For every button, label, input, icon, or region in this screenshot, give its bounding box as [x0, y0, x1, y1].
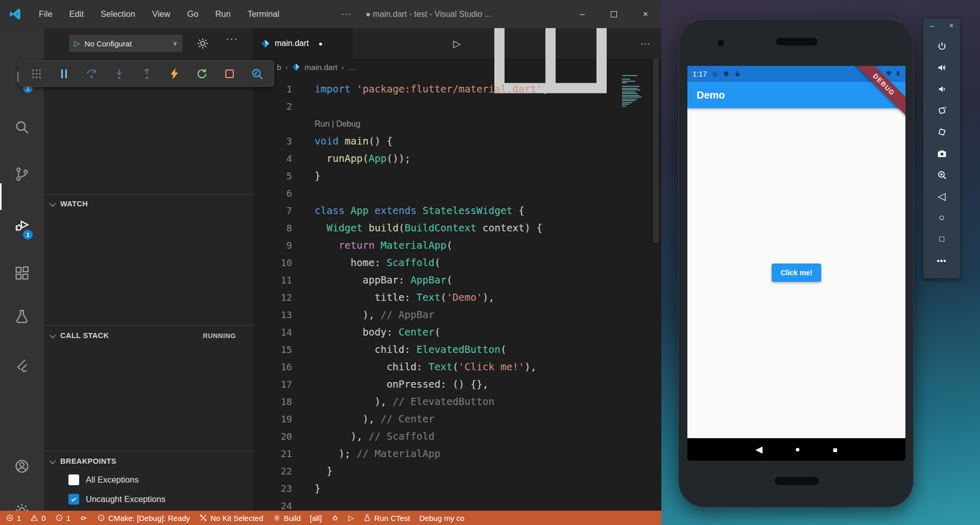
menu-view[interactable]: View: [152, 9, 170, 19]
emulator-rotate-right-button[interactable]: [923, 121, 960, 142]
checkbox-unchecked[interactable]: [68, 474, 79, 485]
rotate-right-icon: [937, 127, 947, 137]
beaker-icon: [363, 514, 371, 522]
activity-item-testing[interactable]: [0, 302, 44, 331]
statusbar-problems-warnings[interactable]: 0: [30, 514, 45, 522]
checkbox-checked[interactable]: [68, 494, 79, 505]
run-button[interactable]: ▷: [453, 38, 461, 50]
back-icon: ◁: [938, 190, 945, 202]
code-area[interactable]: 1import 'package:flutter/material.dart';…: [253, 81, 661, 511]
statusbar-problems-errors[interactable]: 1: [6, 514, 21, 522]
menu-go[interactable]: Go: [187, 9, 198, 19]
menu-selection[interactable]: Selection: [101, 9, 135, 19]
activity-item-source-control[interactable]: [0, 159, 44, 189]
restart-button[interactable]: [188, 61, 216, 86]
breakpoints-title: BREAKPOINTS: [60, 457, 116, 465]
restart-icon: [195, 67, 209, 81]
chevron-down-icon: ∨: [173, 40, 177, 47]
emulator-home-button[interactable]: ○: [923, 207, 960, 228]
emulator-zoom-button[interactable]: [923, 164, 960, 185]
close-button[interactable]: ×: [630, 0, 661, 28]
menu-file[interactable]: File: [39, 9, 53, 19]
statusbar-cmake-debug-target[interactable]: [80, 514, 88, 522]
menu-run[interactable]: Run: [215, 9, 230, 19]
emulator-power-button[interactable]: [923, 35, 960, 57]
emulator-minimize-button[interactable]: –: [930, 21, 934, 30]
play-icon: ▷: [348, 514, 354, 522]
breadcrumb[interactable]: b › main.dart › …: [253, 59, 661, 76]
step-into-icon: [112, 67, 126, 81]
stop-button[interactable]: [216, 61, 243, 86]
code-line-17: 17 onPressed: () {},: [253, 376, 661, 393]
emulator-overview-button[interactable]: □: [923, 228, 960, 250]
codelens-run-debug[interactable]: Run | Debug: [253, 115, 661, 133]
debug-toolbar: [19, 60, 274, 87]
click-me-button[interactable]: Click me!: [772, 264, 821, 282]
menu-overflow-button[interactable]: ···: [341, 0, 351, 28]
minimize-button[interactable]: –: [566, 0, 598, 28]
widget-inspector-button[interactable]: [243, 61, 271, 86]
pause-button[interactable]: [50, 61, 78, 86]
maximize-button[interactable]: [598, 0, 630, 28]
breadcrumb-symbol[interactable]: …: [348, 63, 356, 72]
emulator-back-button[interactable]: ◁: [923, 185, 960, 207]
hot-reload-button[interactable]: [160, 61, 188, 86]
wifi-icon: [886, 70, 892, 77]
statusbar-cmake-build[interactable]: Build: [273, 514, 301, 522]
home-circle-icon[interactable]: ●: [795, 445, 800, 454]
code-line-22: 22 }: [253, 463, 661, 480]
statusbar-cmake-debug[interactable]: [331, 514, 339, 522]
back-triangle-icon[interactable]: ◀: [755, 444, 762, 455]
code-line-21: 21 ); // MaterialApp: [253, 445, 661, 463]
watch-section-header[interactable]: WATCH: [44, 195, 253, 213]
power-icon: [937, 41, 947, 52]
line-number: 3: [253, 133, 292, 150]
menu-terminal[interactable]: Terminal: [248, 9, 279, 19]
stop-icon: [223, 67, 236, 81]
drag-handle-button[interactable]: [22, 61, 50, 86]
activity-item-run-and-debug[interactable]: [0, 210, 44, 240]
code-line-12: 12 title: Text('Demo'),: [253, 289, 661, 306]
statusbar-debug-session[interactable]: Debug my co: [419, 514, 464, 522]
overview-square-icon[interactable]: ■: [833, 445, 838, 454]
breakpoints-section-header[interactable]: BREAKPOINTS: [44, 452, 253, 470]
step-over-button[interactable]: [78, 61, 105, 86]
statusbar-cmake-launch[interactable]: ▷: [348, 514, 354, 522]
menu-edit[interactable]: Edit: [69, 9, 84, 19]
status-bar: 101CMake: [Debug]: ReadyNo Kit SelectedB…: [0, 511, 661, 525]
divider: [44, 325, 253, 326]
more-actions-button[interactable]: ···: [640, 38, 650, 49]
debug-views-more-button[interactable]: ···: [226, 32, 238, 44]
statusbar-run-ctest[interactable]: Run CTest: [363, 514, 410, 522]
line-number: 16: [253, 359, 292, 376]
activity-item-accounts[interactable]: [0, 451, 44, 481]
gear-icon: [711, 70, 719, 78]
ellipsis-icon: •••: [937, 256, 947, 265]
emulator-more-button[interactable]: •••: [923, 250, 960, 271]
statusbar-cmake-build-target[interactable]: [all]: [310, 514, 322, 522]
shield-icon: [723, 70, 730, 78]
activity-item-extensions[interactable]: [0, 258, 44, 288]
editor-scrollbar[interactable]: [653, 59, 659, 243]
step-into-button[interactable]: [105, 61, 133, 86]
activity-item-search[interactable]: [0, 112, 44, 142]
step-out-button[interactable]: [133, 61, 160, 86]
emulator-volume-up-button[interactable]: [923, 57, 960, 78]
emulator-close-button[interactable]: ×: [949, 21, 953, 30]
tab-label: main.dart: [275, 39, 309, 48]
statusbar-problems-info[interactable]: 1: [55, 514, 70, 522]
minimap[interactable]: [622, 75, 651, 111]
code-line-14: 14 body: Center(: [253, 324, 661, 341]
statusbar-cmake-status[interactable]: CMake: [Debug]: Ready: [97, 514, 190, 522]
launch-configuration-dropdown[interactable]: ▷ No Configurat ∨: [69, 35, 182, 52]
emulator-volume-down-button[interactable]: [923, 78, 960, 100]
breadcrumb-folder[interactable]: b: [277, 63, 281, 72]
line-number: 15: [253, 341, 292, 359]
emulator-screenshot-button[interactable]: [923, 142, 960, 164]
activity-item-flutter[interactable]: [0, 351, 44, 381]
breadcrumb-file[interactable]: main.dart: [304, 63, 338, 72]
debug-settings-button[interactable]: [196, 37, 209, 50]
statusbar-cmake-kit[interactable]: No Kit Selected: [199, 514, 263, 522]
tab-main-dart[interactable]: main.dart ●: [253, 28, 352, 59]
emulator-rotate-left-button[interactable]: [923, 100, 960, 121]
